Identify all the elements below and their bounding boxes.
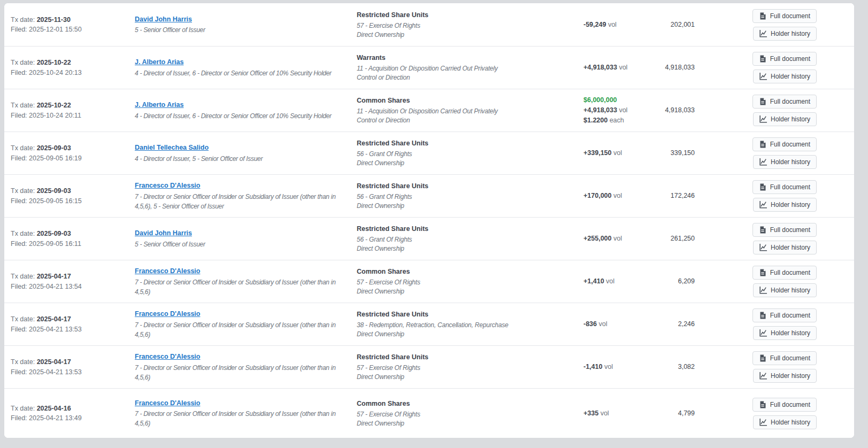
volume-cell: -59,249 vol [581, 20, 656, 30]
document-icon [759, 226, 766, 234]
volume-line: -1,410 vol [583, 362, 656, 372]
tx-date-line: Tx date: 2025-11-30 [11, 15, 135, 25]
balance-value: 2,246 [656, 319, 703, 329]
security-cell: Restricted Share Units 57 - Exercise Of … [357, 352, 581, 382]
balance-value: 4,918,033 [656, 63, 703, 72]
holder-link[interactable]: Francesco D'Alessio [135, 309, 200, 319]
tx-date-value: 2025-04-17 [37, 273, 71, 280]
holder-history-button[interactable]: Holder history [753, 326, 817, 340]
volume-suffix: vol [606, 277, 614, 285]
volume-value: +1,410 [583, 277, 604, 285]
filed-line: Filed: 2025-09-05 16:15 [11, 196, 135, 206]
full-document-button[interactable]: Full document [752, 137, 817, 151]
security-name: Restricted Share Units [357, 352, 581, 362]
security-cell: Restricted Share Units 38 - Redemption, … [357, 310, 581, 339]
holder-link[interactable]: David John Harris [135, 228, 192, 238]
holder-history-button[interactable]: Holder history [753, 415, 817, 429]
transaction-nature: 57 - Exercise Of Rights [357, 278, 571, 287]
actions-cell: Full document Holder history [703, 52, 848, 83]
security-name: Common Shares [357, 267, 581, 276]
chart-icon [759, 287, 767, 294]
holder-history-button[interactable]: Holder history [753, 69, 817, 83]
ownership-type: Direct Ownership [357, 419, 571, 428]
transaction-row: Tx date: 2025-10-22 Filed: 2025-10-24 20… [4, 46, 854, 89]
document-icon [759, 55, 766, 63]
full-document-label: Full document [770, 183, 810, 191]
holder-roles: 5 - Senior Officer of Issuer [135, 240, 349, 249]
full-document-button[interactable]: Full document [752, 9, 817, 23]
holder-history-label: Holder history [771, 115, 810, 123]
volume-value: -836 [583, 320, 597, 328]
volume-line: +1,410 vol [583, 276, 656, 287]
volume-cell: +4,918,033 vol [581, 63, 656, 73]
holder-link[interactable]: J. Alberto Arias [135, 57, 183, 67]
holder-history-button[interactable]: Holder history [753, 27, 817, 41]
holder-link[interactable]: J. Alberto Arias [135, 100, 183, 110]
transaction-nature: 57 - Exercise Of Rights [357, 410, 571, 419]
transaction-nature: 56 - Grant Of Rights [357, 235, 571, 244]
full-document-button[interactable]: Full document [752, 398, 817, 412]
holder-history-button[interactable]: Holder history [753, 112, 817, 126]
full-document-button[interactable]: Full document [752, 52, 817, 66]
transaction-nature: 57 - Exercise Of Rights [357, 21, 571, 30]
tx-date-line: Tx date: 2025-04-17 [11, 314, 135, 324]
date-cell: Tx date: 2025-04-17 Filed: 2025-04-21 13… [11, 357, 135, 376]
tx-date-value: 2025-11-30 [37, 16, 71, 24]
full-document-button[interactable]: Full document [752, 95, 817, 109]
tx-date-line: Tx date: 2025-09-03 [11, 229, 135, 238]
transactions-card: Tx date: 2025-11-30 Filed: 2025-12-01 15… [4, 3, 855, 438]
holder-link[interactable]: David John Harris [135, 14, 192, 24]
security-cell: Restricted Share Units 57 - Exercise Of … [357, 10, 581, 40]
holder-history-label: Holder history [771, 158, 810, 166]
full-document-label: Full document [770, 401, 810, 408]
holder-link[interactable]: Francesco D'Alessio [135, 266, 200, 276]
balance-value: 202,001 [656, 20, 703, 29]
transaction-nature: 11 - Acquisition Or Disposition Carried … [357, 64, 571, 73]
holder-roles: 7 - Director or Senior Officer of Inside… [135, 277, 349, 297]
ownership-type: Direct Ownership [357, 373, 571, 382]
tx-date-line: Tx date: 2025-04-16 [11, 404, 135, 413]
holder-history-button[interactable]: Holder history [753, 369, 817, 383]
actions-cell: Full document Holder history [703, 223, 848, 254]
full-document-button[interactable]: Full document [752, 308, 817, 322]
holder-link[interactable]: Daniel Tellechea Salido [135, 143, 209, 152]
full-document-button[interactable]: Full document [752, 351, 817, 365]
transaction-nature: 38 - Redemption, Retraction, Cancellatio… [357, 321, 571, 330]
security-name: Common Shares [357, 399, 581, 408]
volume-line: +335 vol [583, 408, 656, 419]
holder-history-button[interactable]: Holder history [753, 283, 817, 297]
holder-link[interactable]: Francesco D'Alessio [135, 398, 200, 408]
security-cell: Restricted Share Units 56 - Grant Of Rig… [357, 138, 581, 168]
ownership-type: Control or Direction [357, 73, 571, 82]
full-document-label: Full document [770, 312, 810, 319]
transaction-nature: 56 - Grant Of Rights [357, 192, 571, 202]
filed-line: Filed: 2025-04-21 13:49 [11, 413, 135, 423]
full-document-label: Full document [770, 141, 810, 148]
full-document-button[interactable]: Full document [752, 223, 817, 237]
tx-date-line: Tx date: 2025-04-17 [11, 272, 135, 281]
actions-cell: Full document Holder history [703, 351, 848, 383]
filed-value: 2025-04-21 13:54 [29, 283, 82, 290]
ownership-type: Control or Direction [357, 116, 571, 125]
holder-history-button[interactable]: Holder history [753, 198, 817, 212]
actions-cell: Full document Holder history [703, 9, 848, 41]
tx-date-value: 2025-04-17 [37, 358, 71, 366]
volume-value: +335 [583, 410, 598, 417]
full-document-button[interactable]: Full document [752, 266, 817, 280]
actions-cell: Full document Holder history [703, 266, 848, 297]
volume-cell: +1,410 vol [581, 276, 656, 287]
tx-date-label: Tx date: [11, 405, 35, 412]
filed-line: Filed: 2025-04-21 13:53 [11, 325, 135, 334]
holder-link[interactable]: Francesco D'Alessio [135, 181, 200, 190]
holder-history-button[interactable]: Holder history [753, 155, 817, 169]
transaction-row: Tx date: 2025-09-03 Filed: 2025-09-05 16… [4, 174, 854, 217]
transaction-row: Tx date: 2025-04-16 Filed: 2025-04-21 13… [4, 388, 854, 438]
holder-history-button[interactable]: Holder history [753, 241, 817, 254]
full-document-button[interactable]: Full document [752, 180, 817, 194]
filed-line: Filed: 2025-04-21 13:54 [11, 282, 135, 291]
holder-link[interactable]: Francesco D'Alessio [135, 352, 200, 361]
balance-value: 172,246 [656, 191, 703, 200]
filed-value: 2025-09-05 16:19 [29, 155, 82, 162]
security-name: Warrants [357, 53, 581, 63]
tx-date-value: 2025-10-22 [37, 102, 71, 109]
